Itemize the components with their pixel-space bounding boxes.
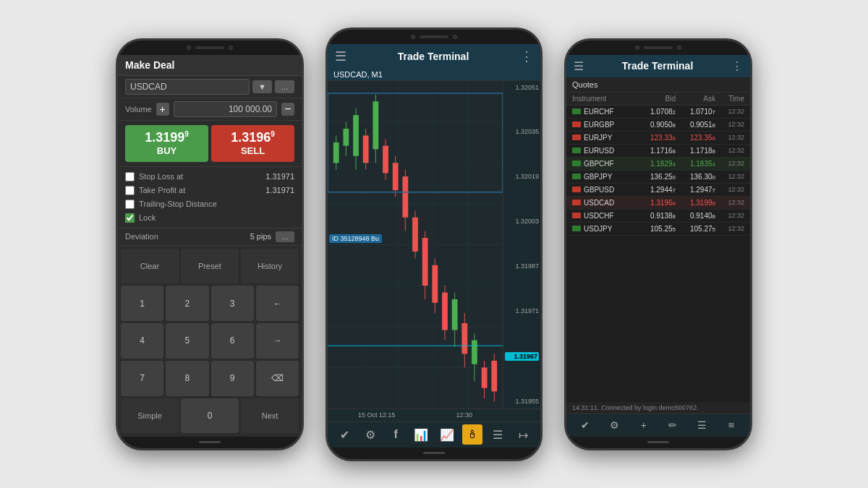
ask-usdcad: 1.31998	[676, 199, 715, 207]
time-gbpusd: 12:32	[715, 186, 744, 193]
key-1[interactable]: 1	[121, 286, 163, 321]
volume-plus-btn[interactable]: +	[156, 103, 169, 116]
simple-button[interactable]: Simple	[121, 398, 179, 434]
key-2[interactable]: 2	[166, 286, 208, 321]
chart-tool-checkmark[interactable]: ✔	[335, 424, 355, 445]
quote-row-gbpchf[interactable]: GBPCHF 1.18294 1.18354 12:32	[566, 158, 750, 171]
key-5[interactable]: 5	[166, 323, 208, 359]
quote-row-usdchf[interactable]: USDCHF 0.91388 0.91408 12:32	[566, 210, 750, 223]
quotes-toolbar: ✔ ⚙ + ✏ ☰ ≋	[566, 414, 750, 437]
bid-eurusd: 1.17168	[636, 147, 676, 155]
hamburger-icon[interactable]: ☰	[335, 48, 346, 64]
trailing-stop-checkbox[interactable]	[125, 200, 135, 209]
pair-select[interactable]: USDCAD	[125, 79, 250, 95]
q-tool-checkmark[interactable]: ✔	[576, 416, 594, 434]
key-0[interactable]: 0	[181, 398, 239, 434]
next-button[interactable]: Next	[241, 398, 299, 434]
ask-usdchf: 0.91408	[676, 212, 715, 220]
history-button[interactable]: History	[241, 249, 299, 284]
key-3[interactable]: 3	[211, 286, 254, 321]
svg-rect-24	[393, 163, 399, 190]
q-tool-add[interactable]: +	[635, 416, 652, 434]
svg-rect-40	[472, 340, 477, 364]
key-forward[interactable]: →	[256, 323, 299, 359]
q-tool-signal[interactable]: ≋	[723, 416, 740, 434]
quote-row-usdjpy[interactable]: USDJPY 105.255 105.275 12:32	[566, 223, 750, 236]
q-tool-list[interactable]: ☰	[693, 416, 710, 434]
deviation-menu-btn[interactable]: …	[276, 231, 294, 242]
quote-row-gbpusd[interactable]: GBPUSD 1.29447 1.29477 12:32	[566, 184, 750, 197]
deviation-value: 5 pips	[250, 232, 271, 241]
key-backspace[interactable]: ←	[256, 286, 299, 321]
svg-rect-42	[482, 367, 488, 388]
key-9[interactable]: 9	[211, 361, 254, 396]
chart-tool-list[interactable]: ☰	[488, 424, 508, 445]
deviation-label: Deviation	[125, 232, 158, 241]
pair-menu-btn[interactable]: …	[275, 80, 294, 93]
time-eurjpy: 12:32	[715, 134, 744, 141]
stop-loss-label: Stop Loss at	[139, 172, 183, 181]
stop-loss-checkbox[interactable]	[125, 172, 135, 181]
price-3: 1.32019	[505, 173, 539, 180]
phone-bottom-2	[328, 448, 540, 459]
chart-menu-icon[interactable]: ⋮	[520, 48, 533, 64]
ask-gbpusd: 1.29477	[676, 186, 715, 194]
preset-button[interactable]: Preset	[181, 249, 239, 284]
key-6[interactable]: 6	[211, 323, 254, 359]
svg-rect-16	[353, 115, 359, 156]
bid-usdjpy: 105.255	[636, 225, 676, 233]
volume-minus-btn[interactable]: −	[281, 103, 294, 116]
clear-button[interactable]: Clear	[121, 249, 179, 284]
buy-price: 1.31999	[128, 131, 205, 144]
sell-price: 1.31969	[214, 131, 292, 144]
chart-tool-barchart[interactable]: 📊	[411, 424, 431, 445]
volume-label: Volume	[125, 105, 152, 114]
key-4[interactable]: 4	[121, 323, 163, 359]
lock-checkbox[interactable]	[125, 213, 135, 223]
chart-tool-f[interactable]: f	[386, 424, 406, 445]
bid-usdchf: 0.91388	[636, 212, 676, 220]
bid-eurchf: 1.07082	[636, 108, 676, 116]
quote-row-eurjpy[interactable]: EURJPY 123.338 123.358 12:32	[566, 132, 750, 145]
phone-notch-2	[328, 30, 540, 44]
pair-dropdown-btn[interactable]: ▼	[252, 80, 272, 93]
time-gbpchf: 12:32	[715, 160, 744, 167]
quote-row-eurusd[interactable]: EURUSD 1.17168 1.17188 12:32	[566, 145, 750, 158]
key-delete[interactable]: ⌫	[256, 361, 299, 396]
flag-gbpjpy	[572, 174, 581, 179]
key-8[interactable]: 8	[166, 361, 208, 396]
phone-notch-1	[118, 40, 302, 55]
quotes-hamburger-icon[interactable]: ☰	[574, 59, 584, 73]
quote-row-eurchf[interactable]: EURCHF 1.07082 1.07107 12:32	[566, 106, 750, 119]
chart-tool-settings[interactable]: ⚙	[360, 424, 380, 445]
chart-tool-arrow[interactable]: ↦	[513, 424, 533, 445]
chart-tool-candle[interactable]: 🕯	[462, 424, 482, 445]
svg-rect-30	[422, 238, 428, 286]
svg-rect-20	[373, 101, 378, 149]
speaker-3	[644, 46, 673, 49]
bid-eurjpy: 123.338	[636, 134, 676, 142]
buy-button[interactable]: 1.31999 BUY	[125, 125, 208, 162]
take-profit-label: Take Profit at	[139, 186, 185, 194]
q-tool-edit[interactable]: ✏	[664, 416, 681, 434]
take-profit-checkbox[interactable]	[125, 186, 135, 195]
bid-gbpchf: 1.18294	[636, 160, 676, 168]
q-tool-settings[interactable]: ⚙	[605, 416, 623, 434]
camera-3	[635, 46, 639, 50]
flag-eurchf	[572, 108, 581, 114]
camera-1	[187, 46, 191, 50]
speaker-1	[195, 46, 224, 49]
volume-input[interactable]: 100 000.00	[174, 101, 277, 117]
quotes-menu-icon[interactable]: ⋮	[731, 59, 743, 73]
key-7[interactable]: 7	[121, 361, 163, 396]
quote-row-eurgbp[interactable]: EURGBP 0.90508 0.90518 12:32	[566, 119, 750, 132]
stop-loss-row: Stop Loss at 1.31971	[125, 170, 294, 184]
svg-rect-26	[402, 176, 408, 218]
quote-row-gbpjpy[interactable]: GBPJPY 136.250 136.300 12:32	[566, 171, 750, 184]
quote-row-usdcad[interactable]: USDCAD 1.31968 1.31998 12:32	[566, 197, 750, 210]
sell-button[interactable]: 1.31969 SELL	[211, 125, 294, 162]
chart-area[interactable]: ID 35128948 Bu 1.32051 1.32035 1.32019 1…	[328, 81, 540, 408]
chart-tool-linechart[interactable]: 📈	[437, 424, 457, 445]
flag-eurusd	[572, 147, 581, 153]
buy-label: BUY	[128, 145, 205, 156]
